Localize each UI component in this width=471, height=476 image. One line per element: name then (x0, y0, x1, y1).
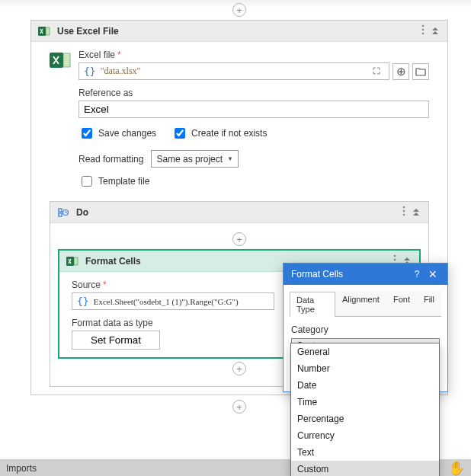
collapse-toggle[interactable] (410, 209, 422, 216)
add-file-button[interactable] (392, 63, 409, 80)
collapse-toggle[interactable] (429, 27, 441, 34)
template-file-label: Template file (98, 176, 149, 187)
excel-icon-large (50, 50, 71, 73)
read-formatting-label: Read formatting (78, 154, 143, 165)
tab-font[interactable]: Font (386, 291, 417, 316)
svg-point-16 (403, 210, 405, 212)
read-formatting-value: Same as project (156, 154, 223, 165)
excel-icon (37, 24, 51, 38)
svg-rect-13 (59, 213, 62, 216)
format-as-label: Format data as type (72, 318, 153, 328)
card-menu[interactable] (398, 206, 410, 219)
save-changes-checkbox[interactable]: Save changes (78, 126, 156, 141)
add-activity-bottom[interactable] (232, 400, 246, 414)
required-mark: * (103, 280, 107, 290)
tab-fill[interactable]: Fill (417, 291, 441, 316)
svg-point-17 (403, 214, 405, 216)
reference-label: Reference as (78, 88, 133, 98)
tab-alignment[interactable]: Alignment (335, 291, 386, 316)
help-button[interactable]: ? (409, 269, 426, 280)
excel-file-label: Excel file (78, 50, 115, 60)
add-activity-inner-bottom[interactable] (232, 362, 246, 375)
option-text[interactable]: Text (291, 444, 439, 461)
card-menu[interactable] (417, 24, 429, 37)
option-currency[interactable]: Currency (291, 427, 439, 444)
svg-point-21 (394, 259, 396, 261)
excel-file-input[interactable]: {} "data.xlsx" (78, 62, 389, 80)
source-label: Source (72, 280, 101, 290)
svg-rect-19 (74, 257, 78, 265)
source-input[interactable]: {} Excel.Sheet("osdebt_1 (1)").Range("G:… (72, 292, 274, 310)
template-file-checkbox[interactable]: Template file (78, 174, 429, 189)
do-icon (56, 206, 70, 219)
category-dropdown: General Number Date Time Percentage Curr… (290, 343, 440, 476)
svg-point-15 (403, 206, 405, 209)
do-title: Do (76, 207, 398, 218)
braces-icon: {} (84, 65, 96, 77)
option-general[interactable]: General (291, 343, 439, 360)
close-button[interactable]: × (425, 267, 440, 281)
svg-point-3 (422, 29, 425, 31)
category-label: Category (291, 324, 440, 335)
source-value: Excel.Sheet("osdebt_1 (1)").Range("G:G") (94, 297, 269, 306)
expand-icon[interactable] (369, 67, 384, 76)
dialog-title: Format Cells (291, 269, 409, 280)
use-excel-title: Use Excel File (57, 26, 417, 37)
imports-label[interactable]: Imports (6, 463, 37, 474)
caret-down-icon: ▼ (227, 155, 233, 162)
svg-point-4 (422, 33, 425, 35)
svg-point-2 (422, 25, 425, 27)
add-activity-inner-top[interactable] (232, 232, 246, 246)
hand-cursor-icon: ✋ (448, 460, 465, 477)
svg-rect-12 (59, 209, 62, 212)
create-if-label: Create if not exists (191, 128, 267, 139)
set-format-button[interactable]: Set Format (72, 331, 160, 350)
tab-data-type[interactable]: Data Type (290, 292, 335, 317)
option-date[interactable]: Date (291, 377, 439, 394)
save-changes-label: Save changes (98, 128, 156, 139)
add-activity-top[interactable] (232, 3, 246, 17)
browse-folder-button[interactable] (412, 63, 429, 80)
svg-rect-1 (46, 27, 50, 35)
reference-input[interactable] (78, 101, 429, 118)
excel-icon (66, 254, 79, 268)
create-if-checkbox[interactable]: Create if not exists (171, 126, 267, 141)
option-percentage[interactable]: Percentage (291, 411, 439, 427)
read-formatting-select[interactable]: Same as project ▼ (151, 150, 239, 168)
braces-icon: {} (77, 296, 89, 307)
dialog-tabs: Data Type Alignment Font Fill (290, 291, 441, 317)
excel-file-value: "data.xlsx" (101, 65, 369, 77)
option-number[interactable]: Number (291, 360, 439, 377)
required-mark: * (117, 50, 121, 60)
option-custom[interactable]: Custom (291, 461, 439, 476)
svg-point-20 (394, 255, 396, 257)
option-time[interactable]: Time (291, 394, 439, 411)
